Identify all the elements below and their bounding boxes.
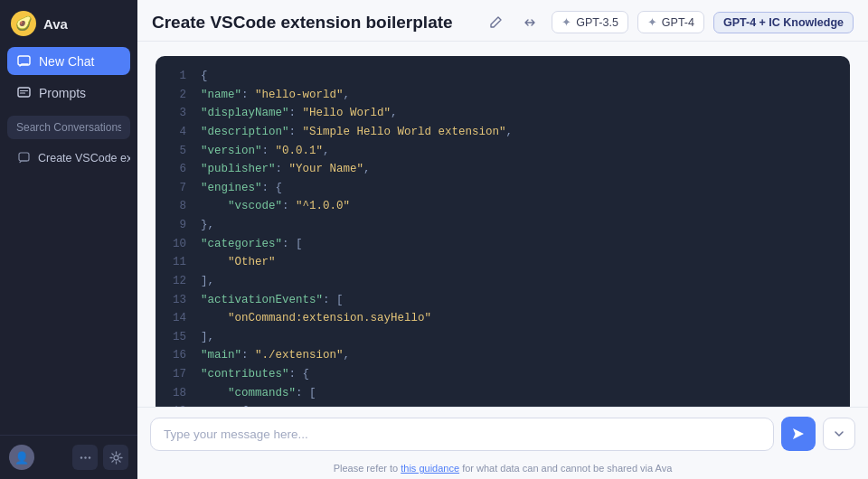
footer-link[interactable]: this guidance xyxy=(401,463,459,474)
svg-rect-1 xyxy=(18,88,30,97)
code-line-17: 17"contributes": { xyxy=(170,365,835,384)
app-icon: 🥑 xyxy=(11,11,36,36)
model-gpt35-button[interactable]: ✦ GPT-3.5 xyxy=(552,11,628,33)
code-line-14: 14 "onCommand:extension.sayHello" xyxy=(170,309,835,328)
footer-prefix: Please refer to xyxy=(334,463,401,474)
code-block: 1{ 2"name": "hello-world", 3"displayName… xyxy=(156,56,850,407)
settings-button[interactable] xyxy=(103,445,128,470)
code-line-13: 13"activationEvents": [ xyxy=(170,291,835,310)
code-line-5: 5"version": "0.0.1", xyxy=(170,142,835,161)
send-button[interactable] xyxy=(781,417,816,451)
code-line-1: 1{ xyxy=(170,67,835,86)
new-chat-button[interactable]: New Chat xyxy=(7,47,130,75)
svg-point-5 xyxy=(80,456,81,458)
page-title: Create VSCode extension boilerplate xyxy=(152,13,474,33)
content-area: 1{ 2"name": "hello-world", 3"displayName… xyxy=(137,42,868,407)
prompts-icon xyxy=(16,85,32,100)
code-line-12: 12 ], xyxy=(170,272,835,291)
code-line-10: 10"categories": [ xyxy=(170,235,835,254)
gpt4ic-label: GPT-4 + IC Knowledge xyxy=(723,16,844,29)
svg-rect-4 xyxy=(19,153,29,161)
model-gpt4ic-button[interactable]: GPT-4 + IC Knowledge xyxy=(713,12,854,33)
svg-point-7 xyxy=(88,456,90,458)
gpt35-icon: ✦ xyxy=(561,15,571,29)
scroll-down-button[interactable] xyxy=(823,418,855,450)
code-line-3: 3"displayName": "Hello World", xyxy=(170,104,835,123)
sidebar-bottom-icons xyxy=(72,445,128,470)
code-line-2: 2"name": "hello-world", xyxy=(170,86,835,105)
code-line-4: 4"description": "Simple Hello World exte… xyxy=(170,123,835,142)
model-gpt4-button[interactable]: ✦ GPT-4 xyxy=(637,11,704,33)
gpt4-icon: ✦ xyxy=(647,15,657,29)
code-line-18: 18 "commands": [ xyxy=(170,384,835,403)
main-panel: Create VSCode extension boilerplate ✦ GP… xyxy=(137,0,868,479)
footer-bar: Please refer to this guidance for what d… xyxy=(137,460,868,479)
topbar: Create VSCode extension boilerplate ✦ GP… xyxy=(137,0,868,42)
sidebar-header: 🥑 Ava xyxy=(0,0,137,45)
avatar: 👤 xyxy=(9,445,34,470)
svg-point-6 xyxy=(84,456,86,458)
edit-button[interactable] xyxy=(483,12,508,33)
code-line-15: 15 ], xyxy=(170,328,835,347)
message-input[interactable] xyxy=(150,418,774,451)
footer-suffix: for what data can and cannot be shared v… xyxy=(459,463,672,474)
gpt4-label: GPT-4 xyxy=(662,16,694,29)
gpt35-label: GPT-3.5 xyxy=(576,16,618,29)
adjust-button[interactable] xyxy=(517,12,542,33)
code-line-6: 6"publisher": "Your Name", xyxy=(170,160,835,179)
code-line-9: 9 }, xyxy=(170,216,835,235)
code-line-8: 8 "vscode": "^1.0.0" xyxy=(170,197,835,216)
chat-icon xyxy=(16,53,32,69)
chat-item-icon xyxy=(16,150,32,165)
chat-item[interactable]: Create VSCode extensi xyxy=(7,145,130,171)
prompts-label: Prompts xyxy=(39,86,86,100)
sidebar-bottom: 👤 xyxy=(0,435,137,479)
prompts-button[interactable]: Prompts xyxy=(7,79,130,107)
app-name: Ava xyxy=(43,16,68,32)
code-line-11: 11 "Other" xyxy=(170,253,835,272)
code-line-7: 7"engines": { xyxy=(170,179,835,198)
chat-item-label: Create VSCode extensi xyxy=(38,152,130,164)
code-line-16: 16"main": "./extension", xyxy=(170,346,835,365)
search-input[interactable] xyxy=(7,116,130,139)
input-area xyxy=(137,407,868,460)
svg-point-8 xyxy=(114,456,118,460)
more-button[interactable] xyxy=(72,445,98,470)
sidebar: 🥑 Ava New Chat Prompts xyxy=(0,0,137,479)
new-chat-label: New Chat xyxy=(39,54,94,69)
